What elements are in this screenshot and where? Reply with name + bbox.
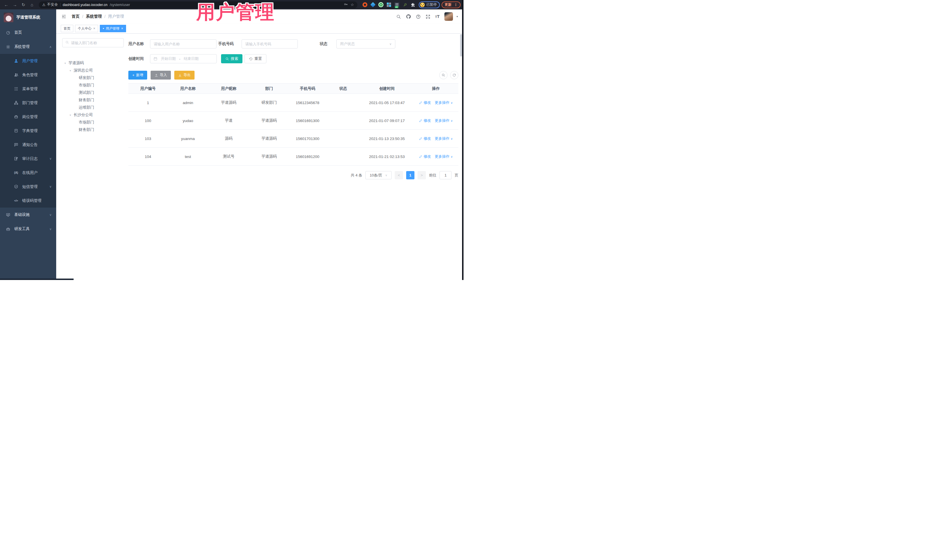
dept-tree: ▾芋道源码 ▾深圳总公司 研发部门 市场部门 测试部门 财务部门 运维部门 ▾长… [62, 59, 124, 134]
sidebar-item-sms[interactable]: 短信管理 ∨ [0, 180, 56, 194]
next-page-button[interactable]: > [418, 171, 426, 179]
security-chip[interactable]: ⚠ 不安全 [42, 2, 58, 7]
tree-node[interactable]: 测试部门 [62, 89, 124, 96]
window-right-edge [462, 0, 464, 280]
tree-node-root[interactable]: ▾芋道源码 [62, 59, 124, 67]
extensions-puzzle-icon[interactable] [410, 2, 415, 7]
browser-update-button[interactable]: 更新 ⋮ [442, 2, 460, 8]
sidebar-item-dev-tools[interactable]: 研发工具 ∨ [0, 222, 56, 236]
sidebar-item-menus[interactable]: 菜单管理 [0, 82, 56, 96]
search-button[interactable]: 搜索 [221, 54, 242, 63]
browser-reload-button[interactable]: ↻ [20, 2, 27, 8]
browser-home-button[interactable]: ⌂ [29, 2, 35, 8]
edit-link[interactable]: 修改 [419, 100, 431, 105]
extension-ubuntu-icon[interactable] [363, 2, 368, 7]
sidebar-item-infrastructure[interactable]: 基础设施 ∨ [0, 208, 56, 222]
extension-key-icon[interactable] [403, 2, 407, 7]
extension-list-icon[interactable]: on [395, 2, 399, 7]
window-bottom-edge [0, 279, 74, 280]
logo[interactable]: 芋道管理系统 [0, 9, 56, 25]
caret-down-icon[interactable]: ▾ [70, 114, 74, 117]
user-avatar[interactable] [444, 12, 453, 21]
extension-gem-icon[interactable] [371, 2, 375, 7]
import-button[interactable]: 导入 [150, 71, 171, 80]
dept-search-input[interactable] [71, 41, 121, 45]
breadcrumb-current: 用户管理 [108, 14, 124, 19]
tab-user-management[interactable]: ● 用户管理 × [100, 25, 126, 32]
tree-node[interactable]: 财务部门 [62, 96, 124, 104]
page-scrollbar[interactable] [460, 34, 462, 56]
chevron-down-icon: ∨ [49, 185, 52, 188]
breadcrumb-system[interactable]: 系统管理 [86, 14, 102, 19]
mobile-input[interactable] [242, 39, 298, 49]
caret-down-icon[interactable]: ▾ [70, 69, 74, 72]
tree-node[interactable]: 研发部门 [62, 74, 124, 82]
bookmark-star-icon[interactable]: ☆ [351, 3, 354, 7]
pagination: 共 4 条 10条/页 ∨ < 1 > 前往 页 [351, 171, 458, 179]
table-row: 100 yudao 芋道 芋道源码 15601691300 2021-01-07… [128, 112, 458, 130]
date-start-placeholder: 开始日期 [161, 56, 176, 61]
table-toolbar: + 新增 导入 导出 [128, 71, 458, 80]
sidebar-item-audit-log[interactable]: 审计日志 ∨ [0, 152, 56, 165]
refresh-button[interactable] [450, 71, 458, 79]
sidebar-item-error-codes[interactable]: </> 错误码管理 [0, 194, 56, 208]
gear-icon [6, 45, 11, 49]
edit-link[interactable]: 修改 [419, 136, 431, 141]
extension-grid-icon[interactable] [386, 2, 391, 7]
add-button[interactable]: + 新增 [128, 71, 147, 80]
tree-node[interactable]: ▾深圳总公司 [62, 67, 124, 74]
avatar-caret-icon[interactable]: ▼ [456, 15, 458, 18]
tree-node[interactable]: 财务部门 [62, 126, 124, 134]
tab-profile[interactable]: 个人中心 × [75, 25, 98, 32]
prev-page-button[interactable]: < [395, 171, 403, 179]
username-input[interactable] [150, 39, 216, 49]
password-key-icon[interactable] [344, 2, 348, 7]
extension-y-icon[interactable]: Y [378, 2, 383, 7]
app-window: 芋道管理系统 首页 系统管理 ∧ 用户管理 角色管理 [0, 9, 464, 280]
current-page[interactable]: 1 [406, 171, 415, 179]
sidebar-item-online-users[interactable]: (A) 在线用户 [0, 165, 56, 180]
sidebar-item-posts[interactable]: 岗位管理 [0, 110, 56, 124]
table-row: 103 yuanma 源码 芋道源码 15601701300 2021-01-1… [128, 130, 458, 148]
chevron-up-icon: ∧ [49, 45, 52, 49]
sidebar-item-departments[interactable]: 部门管理 [0, 96, 56, 110]
status-select[interactable]: 用户状态 ∨ [336, 39, 395, 49]
sidebar-item-system[interactable]: 系统管理 ∧ [0, 39, 56, 54]
tree-node[interactable]: 运维部门 [62, 104, 124, 111]
close-icon[interactable]: × [93, 27, 95, 30]
fullscreen-icon[interactable] [426, 14, 430, 19]
active-dot-icon: ● [103, 27, 104, 30]
browser-forward-button[interactable]: → [11, 2, 18, 8]
font-size-icon[interactable]: TT [435, 14, 439, 19]
github-icon[interactable] [406, 14, 411, 19]
close-icon[interactable]: × [121, 27, 123, 30]
help-icon[interactable] [416, 14, 421, 19]
caret-down-icon[interactable]: ▾ [64, 62, 68, 65]
sidebar-item-dict[interactable]: 字典管理 [0, 124, 56, 138]
tab-home[interactable]: 首页 [61, 25, 73, 32]
sidebar-item-users[interactable]: 用户管理 [0, 54, 56, 68]
tree-node[interactable]: ▾长沙分公司 [62, 111, 124, 118]
more-actions-link[interactable]: 更多操作∨ [435, 154, 453, 159]
tree-node[interactable]: 市场部门 [62, 118, 124, 126]
sidebar-collapse-icon[interactable] [61, 14, 67, 19]
search-icon[interactable] [396, 14, 401, 19]
toggle-search-button[interactable] [439, 71, 448, 79]
breadcrumb-home[interactable]: 首页 [71, 14, 80, 19]
goto-page-input[interactable] [439, 171, 451, 179]
export-button[interactable]: 导出 [174, 71, 195, 80]
reset-button[interactable]: 重置 [245, 54, 266, 63]
edit-link[interactable]: 修改 [419, 154, 431, 159]
browser-back-button[interactable]: ← [3, 2, 10, 8]
browser-profile-chip[interactable]: 已暂停 [419, 2, 440, 8]
edit-link[interactable]: 修改 [419, 118, 431, 123]
more-actions-link[interactable]: 更多操作∨ [435, 100, 453, 105]
more-actions-link[interactable]: 更多操作∨ [435, 118, 453, 123]
sidebar-item-home[interactable]: 首页 [0, 25, 56, 39]
page-size-select[interactable]: 10条/页 ∨ [365, 171, 392, 179]
date-range-picker[interactable]: 开始日期 - 结束日期 [150, 54, 217, 63]
tree-node[interactable]: 市场部门 [62, 82, 124, 89]
sidebar-item-notice[interactable]: 通知公告 [0, 138, 56, 152]
sidebar-item-roles[interactable]: 角色管理 [0, 68, 56, 82]
more-actions-link[interactable]: 更多操作∨ [435, 136, 453, 141]
